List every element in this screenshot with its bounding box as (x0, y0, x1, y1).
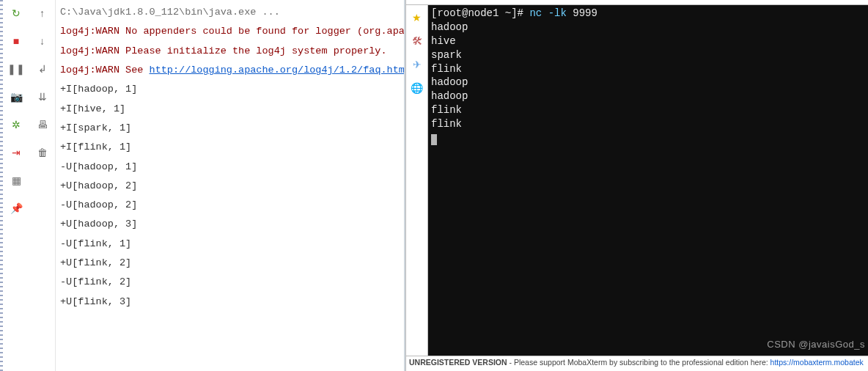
console-cmdline: C:\Java\jdk1.8.0_112\bin\java.exe ... (60, 3, 400, 22)
csdn-watermark: CSDN @javaisGod_s (767, 338, 865, 351)
mobaxterm-pro-link[interactable]: https://mobaxterm.mobatek (770, 358, 864, 367)
camera-icon[interactable]: 📷 (7, 88, 25, 106)
console-warn-3-prefix: log4j:WARN See (60, 65, 150, 76)
mobaxterm-body: ★🛠✈🌐 [root@node1 ~]# nc -lk 9999 hadooph… (406, 5, 868, 356)
scroll-end-icon[interactable]: ⇊ (34, 88, 51, 106)
mobaxterm-top-strip (406, 0, 868, 5)
down-arrow-icon[interactable]: ↓ (34, 32, 51, 50)
console-output-line: -U[flink, 2] (60, 273, 400, 292)
console-warn-2: log4j:WARN Please initialize the log4j s… (60, 42, 400, 61)
terminal-cmd: nc -lk (529, 7, 566, 19)
terminal-line: hive (431, 34, 865, 48)
console-output-line: +U[hadoop, 3] (60, 215, 400, 234)
terminal-line: hadoop (431, 76, 865, 89)
pause-icon[interactable]: ❚❚ (7, 60, 25, 78)
print-icon[interactable]: 🖶 (34, 116, 51, 133)
soft-wrap-icon[interactable]: ↲ (34, 60, 51, 78)
exit-icon[interactable]: ⇥ (7, 144, 25, 161)
mobaxterm-unregistered-bar: UNREGISTERED VERSION - Please support Mo… (406, 356, 868, 371)
terminal-input-lines: hadoophivesparkflinkhadoophadoopflinkfli… (431, 21, 865, 131)
terminal-cursor-line (431, 131, 865, 145)
console-output-line: -U[flink, 1] (60, 235, 400, 254)
star-icon[interactable]: ★ (409, 10, 425, 26)
unregistered-label: UNREGISTERED VERSION (409, 358, 507, 367)
terminal-cursor (431, 134, 437, 145)
terminal-line: spark (431, 48, 865, 62)
send-icon[interactable]: ✈ (409, 56, 425, 73)
console-output-line: +U[hadoop, 2] (60, 177, 400, 196)
console-warn-1: log4j:WARN No appenders could be found f… (60, 22, 400, 41)
terminal-prompt: [root@node1 ~]# (431, 7, 529, 19)
terminal-line: hadoop (431, 21, 865, 34)
console-output-lines: +I[hadoop, 1]+I[hive, 1]+I[spark, 1]+I[f… (60, 80, 400, 312)
terminal[interactable]: [root@node1 ~]# nc -lk 9999 hadoophivesp… (428, 5, 868, 356)
terminal-line: hadoop (431, 89, 865, 103)
app-root: ↻■❚❚📷✲⇥▦📌 ↑↓↲⇊🖶🗑 C:\Java\jdk1.8.0_112\bi… (0, 0, 868, 371)
terminal-prompt-line: [root@node1 ~]# nc -lk 9999 (431, 7, 865, 21)
log4j-faq-link[interactable]: http://logging.apache.org/log4j/1.2/faq.… (150, 65, 404, 76)
mobaxterm-pane: ★🛠✈🌐 [root@node1 ~]# nc -lk 9999 hadooph… (405, 0, 868, 371)
ide-tool-column-2: ↑↓↲⇊🖶🗑 (29, 0, 56, 371)
stop-icon[interactable]: ■ (7, 32, 25, 50)
console-output-line: +I[spark, 1] (60, 119, 400, 138)
mobaxterm-sidebar: ★🛠✈🌐 (406, 5, 428, 356)
ide-tool-column-1: ↻■❚❚📷✲⇥▦📌 (3, 0, 29, 371)
console-output-line: +I[flink, 1] (60, 138, 400, 157)
terminal-arg: 9999 (567, 7, 597, 19)
unregistered-text: - Please support MobaXterm by subscribin… (507, 358, 770, 367)
terminal-line: flink (431, 62, 865, 76)
ide-console-output[interactable]: C:\Java\jdk1.8.0_112\bin\java.exe ... lo… (56, 0, 404, 371)
globe-icon[interactable]: 🌐 (409, 80, 425, 96)
bug-icon[interactable]: ✲ (7, 116, 25, 133)
console-warn-3: log4j:WARN See http://logging.apache.org… (60, 61, 400, 80)
tools-icon[interactable]: 🛠 (409, 33, 425, 49)
console-output-line: +U[flink, 2] (60, 254, 400, 273)
rerun-icon[interactable]: ↻ (7, 4, 25, 22)
console-output-line: -U[hadoop, 2] (60, 196, 400, 215)
terminal-line: flink (431, 117, 865, 131)
console-output-line: +I[hive, 1] (60, 100, 400, 119)
layout-icon[interactable]: ▦ (7, 172, 25, 189)
trash-icon[interactable]: 🗑 (34, 144, 51, 161)
console-output-line: +I[hadoop, 1] (60, 80, 400, 99)
console-output-line: +U[flink, 3] (60, 293, 400, 312)
ide-console-pane: ↻■❚❚📷✲⇥▦📌 ↑↓↲⇊🖶🗑 C:\Java\jdk1.8.0_112\bi… (3, 0, 405, 371)
console-output-line: -U[hadoop, 1] (60, 158, 400, 177)
pin-icon[interactable]: 📌 (7, 199, 25, 217)
terminal-line: flink (431, 103, 865, 117)
up-arrow-icon[interactable]: ↑ (34, 4, 51, 22)
